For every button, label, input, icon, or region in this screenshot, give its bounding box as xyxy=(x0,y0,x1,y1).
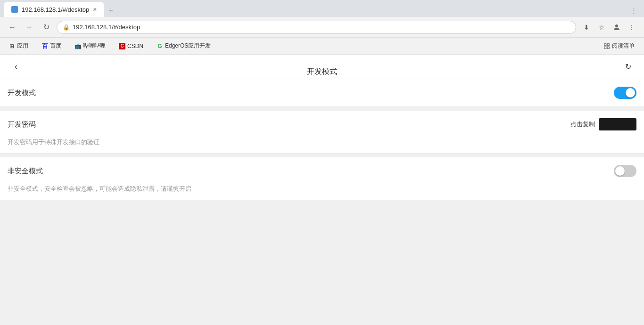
page-filler xyxy=(0,200,644,325)
browser-frame: 192.168.128.1/#/desktop × + ⋮ ← → ↻ 🔒 19… xyxy=(0,0,644,325)
edgeros-icon: G xyxy=(157,43,163,49)
dev-mode-row: 开发模式 xyxy=(0,79,644,106)
copy-button[interactable]: 点击复制 xyxy=(570,120,595,129)
reading-list-label: 阅读清单 xyxy=(612,42,635,50)
svg-rect-2 xyxy=(607,43,609,45)
unsafe-mode-slider xyxy=(614,165,636,177)
svg-rect-3 xyxy=(604,47,606,49)
bookmark-button[interactable]: ☆ xyxy=(595,21,608,34)
tab-close-icon[interactable]: × xyxy=(89,6,97,13)
bilibili-icon: 📺 xyxy=(74,43,81,49)
csdn-icon: C xyxy=(119,43,125,49)
bookmark-csdn[interactable]: C CSDN xyxy=(116,41,146,51)
dev-mode-label: 开发模式 xyxy=(8,89,36,98)
svg-point-0 xyxy=(615,24,618,27)
reading-list-button[interactable]: 阅读清单 xyxy=(600,40,638,52)
baidu-icon: 百 xyxy=(41,43,48,49)
url-text: 192.168.128.1/#/desktop xyxy=(73,24,140,31)
page-content: ‹ 开发模式 ↻ 开发模式 开发密码 点击复制 xyxy=(0,55,644,325)
tab-favicon xyxy=(11,6,18,13)
apps-icon: ⊞ xyxy=(8,43,15,49)
password-area: 点击复制 xyxy=(570,118,636,130)
forward-button[interactable]: → xyxy=(23,21,36,34)
tab-title: 192.168.128.1/#/desktop xyxy=(22,6,89,13)
dev-mode-slider xyxy=(614,87,636,99)
unsafe-mode-row: 非安全模式 xyxy=(0,157,644,185)
unsafe-mode-toggle[interactable] xyxy=(614,165,636,177)
dev-password-description: 开发密码用于特殊开发接口的验证 xyxy=(0,138,644,153)
unsafe-mode-description: 非安全模式，安全检查会被忽略，可能会造成隐私泄露，请谨慎开启 xyxy=(0,185,644,200)
svg-rect-4 xyxy=(607,47,609,49)
bookmark-bilibili-label: 哔哩哔哩 xyxy=(83,42,106,50)
dev-password-row: 开发密码 点击复制 xyxy=(0,111,644,138)
bookmark-csdn-label: CSDN xyxy=(127,43,143,49)
unsafe-mode-label: 非安全模式 xyxy=(8,167,43,176)
bookmarks-bar: ⊞ 应用 百 百度 📺 哔哩哔哩 C CSDN G EdgerOS应用开发 阅读… xyxy=(0,38,644,55)
dev-mode-toggle[interactable] xyxy=(614,87,636,99)
download-button[interactable]: ⬇ xyxy=(580,21,593,34)
bookmark-edgeros-label: EdgerOS应用开发 xyxy=(165,42,211,50)
separator-2 xyxy=(0,154,644,157)
bookmark-apps-label: 应用 xyxy=(17,42,28,50)
nav-bar: ← → ↻ 🔒 192.168.128.1/#/desktop ⬇ ☆ ⋮ xyxy=(0,17,644,38)
app-header-title: 开发模式 xyxy=(307,67,337,77)
app-back-button[interactable]: ‹ xyxy=(8,58,25,75)
nav-actions: ⬇ ☆ ⋮ xyxy=(580,21,638,34)
password-box xyxy=(599,118,636,130)
reload-button[interactable]: ↻ xyxy=(40,21,53,34)
address-bar[interactable]: 🔒 192.168.128.1/#/desktop xyxy=(57,21,576,34)
dev-password-label: 开发密码 xyxy=(8,120,36,129)
lock-icon: 🔒 xyxy=(63,24,70,31)
dev-mode-section: 开发模式 xyxy=(0,79,644,107)
bookmark-bilibili[interactable]: 📺 哔哩哔哩 xyxy=(72,40,108,52)
separator-1 xyxy=(0,107,644,111)
tab-bar: 192.168.128.1/#/desktop × + ⋮ xyxy=(0,0,644,17)
app-refresh-button[interactable]: ↻ xyxy=(619,58,636,75)
back-button[interactable]: ← xyxy=(6,21,19,34)
profile-button[interactable] xyxy=(610,21,623,34)
menu-button[interactable]: ⋮ xyxy=(625,21,638,34)
active-tab[interactable]: 192.168.128.1/#/desktop × xyxy=(4,2,104,17)
unsafe-mode-section: 非安全模式 非安全模式，安全检查会被忽略，可能会造成隐私泄露，请谨慎开启 xyxy=(0,157,644,200)
dev-password-section: 开发密码 点击复制 开发密码用于特殊开发接口的验证 xyxy=(0,111,644,154)
app-header: ‹ 开发模式 ↻ xyxy=(0,55,644,79)
bookmark-baidu-label: 百度 xyxy=(50,42,61,50)
bookmark-baidu[interactable]: 百 百度 xyxy=(39,40,64,52)
new-tab-button[interactable]: + xyxy=(104,4,117,17)
bookmark-edgeros[interactable]: G EdgerOS应用开发 xyxy=(154,40,214,52)
bookmark-apps[interactable]: ⊞ 应用 xyxy=(6,40,31,52)
svg-rect-1 xyxy=(604,43,606,45)
customize-chrome-button[interactable]: ⋮ xyxy=(627,4,640,17)
